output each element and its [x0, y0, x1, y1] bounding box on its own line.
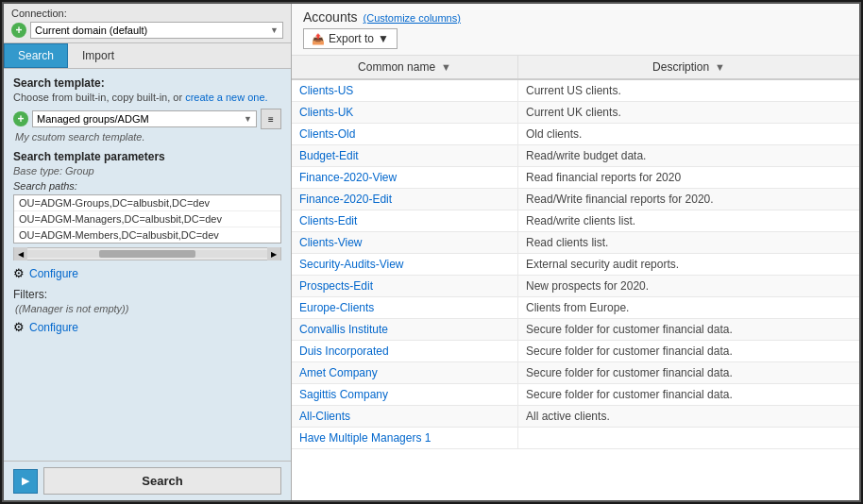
- table-row: Clients-EditRead/write clients list.: [292, 210, 859, 232]
- export-button[interactable]: 📤 Export to ▼: [303, 28, 398, 49]
- configure-filter-link[interactable]: Configure: [29, 321, 78, 334]
- table-row: Budget-EditRead/write budget data.: [292, 145, 859, 167]
- filter-value: ((Manager is not empty)): [13, 303, 281, 314]
- cell-desc-4: Read financial reports for 2020: [518, 167, 859, 189]
- cell-desc-5: Read/Write financial reports for 2020.: [518, 189, 859, 210]
- scroll-right-button[interactable]: ▶: [267, 247, 280, 260]
- horizontal-scrollbar[interactable]: ◀ ▶: [13, 247, 281, 260]
- arrow-icon: ▶: [22, 475, 29, 487]
- cell-desc-8: External security audit reports.: [518, 254, 859, 276]
- cell-name-10[interactable]: Europe-Clients: [292, 297, 518, 319]
- tab-search[interactable]: Search: [4, 43, 68, 68]
- connection-dropdown-row: + Current domain (default) ▼: [11, 22, 283, 39]
- cell-name-14[interactable]: Sagittis Company: [292, 384, 518, 406]
- add-template-button[interactable]: +: [13, 111, 28, 126]
- cell-name-11[interactable]: Convallis Institute: [292, 319, 518, 341]
- cell-name-8[interactable]: Security-Audits-View: [292, 254, 518, 276]
- cell-desc-9: New prospects for 2020.: [518, 276, 859, 297]
- cell-name-9[interactable]: Prospects-Edit: [292, 276, 518, 297]
- template-row: + Managed groups/ADGM ▼ ≡: [13, 109, 281, 129]
- cell-desc-3: Read/write budget data.: [518, 145, 859, 167]
- params-title: Search template parameters: [13, 150, 281, 163]
- tab-bar: Search Import: [4, 43, 291, 69]
- table-row: Clients-USCurrent US clients.: [292, 79, 859, 102]
- search-button[interactable]: Search: [43, 467, 281, 495]
- cell-desc-2: Old clients.: [518, 124, 859, 145]
- path-item-2: OU=ADGM-Members,DC=albusbit,DC=dev: [14, 227, 280, 243]
- cell-name-0[interactable]: Clients-US: [292, 79, 518, 102]
- cell-name-15[interactable]: All-Clients: [292, 406, 518, 428]
- create-new-link[interactable]: create a new one.: [185, 92, 267, 103]
- table-row: Security-Audits-ViewExternal security au…: [292, 254, 859, 276]
- table-row: Sagittis CompanySecure folder for custom…: [292, 384, 859, 406]
- cell-name-7[interactable]: Clients-View: [292, 232, 518, 254]
- cell-name-13[interactable]: Amet Company: [292, 362, 518, 384]
- accounts-title: Accounts: [303, 9, 358, 25]
- table-row: Have Multiple Managers 1: [292, 428, 859, 449]
- add-connection-button[interactable]: +: [11, 23, 26, 38]
- col-common-name[interactable]: Common name ▼: [292, 56, 518, 79]
- table-row: Finance-2020-ViewRead financial reports …: [292, 167, 859, 189]
- export-label: Export to: [329, 32, 374, 45]
- table-row: Europe-ClientsClients from Europe.: [292, 297, 859, 319]
- cell-name-4[interactable]: Finance-2020-View: [292, 167, 518, 189]
- configure-icon: ⚙: [13, 266, 25, 280]
- scroll-thumb: [99, 250, 195, 258]
- cell-desc-1: Current UK clients.: [518, 102, 859, 124]
- table-row: All-ClientsAll active clients.: [292, 406, 859, 428]
- search-template-subtitle: Choose from built-in, copy built-in, or …: [13, 92, 281, 103]
- cell-name-16[interactable]: Have Multiple Managers 1: [292, 428, 518, 449]
- cell-name-2[interactable]: Clients-Old: [292, 124, 518, 145]
- search-template-title: Search template:: [13, 76, 281, 90]
- filter-icon-name[interactable]: ▼: [441, 61, 451, 73]
- export-icon: 📤: [312, 33, 325, 45]
- filter-configure-icon: ⚙: [13, 320, 25, 334]
- cell-desc-15: All active clients.: [518, 406, 859, 428]
- cell-desc-10: Clients from Europe.: [518, 297, 859, 319]
- scroll-left-button[interactable]: ◀: [14, 247, 27, 260]
- cell-desc-0: Current US clients.: [518, 79, 859, 102]
- template-arrow: ▼: [244, 114, 252, 124]
- configure-filter-row[interactable]: ⚙ Configure: [13, 320, 281, 334]
- cell-desc-11: Secure folder for customer financial dat…: [518, 319, 859, 341]
- right-header: Accounts (Customize columns) 📤 Export to…: [292, 4, 859, 56]
- template-edit-button[interactable]: ≡: [261, 109, 281, 129]
- template-value: Managed groups/ADGM: [37, 113, 149, 125]
- accounts-table: Common name ▼ Description ▼ Cli: [292, 56, 859, 449]
- left-content: Search template: Choose from built-in, c…: [4, 69, 291, 461]
- tab-import[interactable]: Import: [68, 43, 128, 68]
- path-item-1: OU=ADGM-Managers,DC=albusbit,DC=dev: [14, 211, 280, 227]
- path-item-0: OU=ADGM-Groups,DC=albusbit,DC=dev: [14, 195, 280, 211]
- table-row: Duis IncorporatedSecure folder for custo…: [292, 341, 859, 362]
- cell-name-12[interactable]: Duis Incorporated: [292, 341, 518, 362]
- search-paths-label: Search paths:: [13, 180, 281, 192]
- cell-desc-13: Secure folder for customer financial dat…: [518, 362, 859, 384]
- table-row: Amet CompanySecure folder for customer f…: [292, 362, 859, 384]
- paths-box: OU=ADGM-Groups,DC=albusbit,DC=dev OU=ADG…: [13, 194, 281, 244]
- right-panel: Accounts (Customize columns) 📤 Export to…: [292, 4, 859, 500]
- template-note: My csutom search template.: [13, 131, 281, 143]
- configure-link[interactable]: Configure: [29, 267, 78, 280]
- cell-name-6[interactable]: Clients-Edit: [292, 210, 518, 232]
- connection-label: Connection:: [11, 8, 283, 19]
- customize-columns-link[interactable]: (Customize columns): [364, 12, 461, 24]
- base-type-row: Base type: Group: [13, 165, 281, 176]
- left-bottom: ▶ Search: [4, 461, 291, 500]
- cell-name-3[interactable]: Budget-Edit: [292, 145, 518, 167]
- left-panel: Connection: + Current domain (default) ▼…: [4, 4, 292, 500]
- table-row: Finance-2020-EditRead/Write financial re…: [292, 189, 859, 210]
- cell-desc-14: Secure folder for customer financial dat…: [518, 384, 859, 406]
- arrow-search-button[interactable]: ▶: [13, 469, 38, 494]
- connection-dropdown-arrow: ▼: [270, 25, 279, 35]
- cell-desc-12: Secure folder for customer financial dat…: [518, 341, 859, 362]
- filter-icon-desc[interactable]: ▼: [715, 61, 725, 73]
- export-row: 📤 Export to ▼: [303, 25, 848, 53]
- table-row: Clients-OldOld clients.: [292, 124, 859, 145]
- connection-select[interactable]: Current domain (default) ▼: [30, 22, 283, 39]
- template-select[interactable]: Managed groups/ADGM ▼: [32, 110, 257, 127]
- table-container: Common name ▼ Description ▼ Cli: [292, 56, 859, 500]
- configure-row[interactable]: ⚙ Configure: [13, 266, 281, 280]
- cell-name-1[interactable]: Clients-UK: [292, 102, 518, 124]
- cell-name-5[interactable]: Finance-2020-Edit: [292, 189, 518, 210]
- col-description[interactable]: Description ▼: [518, 56, 859, 79]
